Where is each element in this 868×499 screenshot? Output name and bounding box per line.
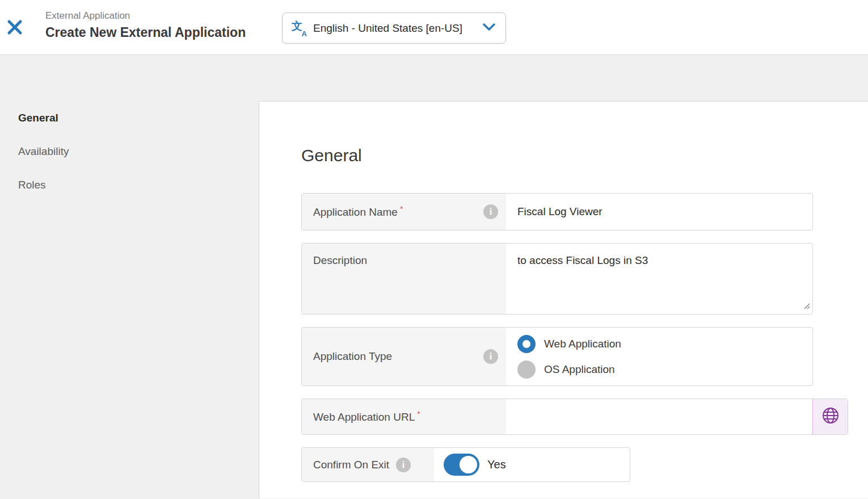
description-label-cell: Description xyxy=(302,244,506,314)
description-textarea[interactable]: to access Fiscal Logs in S3 xyxy=(506,244,812,314)
sidebar-item-general[interactable]: General xyxy=(18,112,58,124)
translate-icon: 文 A xyxy=(292,21,306,36)
confirm-on-exit-label-cell: Confirm On Exit i xyxy=(302,448,434,481)
close-button[interactable] xyxy=(6,19,24,37)
section-title: General xyxy=(301,144,868,167)
web-application-url-label-cell: Web Application URL* xyxy=(302,399,506,434)
web-application-url-input[interactable] xyxy=(506,399,812,434)
toggle-knob xyxy=(460,456,477,473)
required-asterisk: * xyxy=(400,204,403,213)
web-application-url-row: Web Application URL* xyxy=(301,399,848,435)
application-type-label-cell: Application Type i xyxy=(302,328,506,385)
title-block: External Application Create New External… xyxy=(45,9,246,42)
application-type-row: Application Type i Web Application OS Ap… xyxy=(301,327,813,386)
resize-handle[interactable] xyxy=(802,301,810,312)
application-name-input[interactable] xyxy=(506,194,812,230)
confirm-on-exit-toggle[interactable] xyxy=(444,454,479,476)
application-type-label: Application Type xyxy=(313,350,392,363)
info-icon[interactable]: i xyxy=(483,204,498,219)
globe-icon xyxy=(821,406,840,427)
radio-os-application[interactable]: OS Application xyxy=(517,360,812,379)
application-type-options: Web Application OS Application xyxy=(506,328,812,385)
url-browse-button[interactable] xyxy=(812,399,848,434)
confirm-on-exit-value-cell: Yes xyxy=(434,448,630,481)
info-icon[interactable]: i xyxy=(483,349,498,364)
application-name-value-cell xyxy=(506,194,812,230)
header-bar: External Application Create New External… xyxy=(0,0,868,55)
confirm-on-exit-label: Confirm On Exit xyxy=(313,459,389,471)
page-subtitle: External Application xyxy=(45,9,246,23)
description-row: Description to access Fiscal Logs in S3 xyxy=(301,243,813,315)
info-icon[interactable]: i xyxy=(396,458,411,472)
close-icon xyxy=(6,19,23,37)
sidebar-nav: General Availability Roles xyxy=(0,55,259,498)
main-area: General Availability Roles General Appli… xyxy=(0,55,868,498)
web-application-url-value-cell xyxy=(506,399,812,434)
description-value-cell: to access Fiscal Logs in S3 xyxy=(506,244,812,314)
sidebar-item-availability[interactable]: Availability xyxy=(18,145,69,158)
application-name-label-cell: Application Name* i xyxy=(302,194,506,230)
application-name-label: Application Name* xyxy=(313,204,403,219)
confirm-on-exit-row: Confirm On Exit i Yes xyxy=(301,447,630,482)
required-asterisk: * xyxy=(417,409,420,418)
radio-web-application[interactable]: Web Application xyxy=(517,335,812,353)
confirm-on-exit-state: Yes xyxy=(487,458,506,471)
page-title: Create New External Application xyxy=(45,23,246,42)
form-panel: General Application Name* i Description … xyxy=(259,101,868,498)
language-dropdown[interactable]: 文 A English - United States [en-US] xyxy=(282,12,506,44)
language-dropdown-value: English - United States [en-US] xyxy=(313,22,477,35)
web-application-url-label: Web Application URL* xyxy=(313,409,420,423)
chevron-down-icon xyxy=(483,23,495,33)
sidebar-item-roles[interactable]: Roles xyxy=(18,179,46,191)
radio-unselected-icon xyxy=(517,360,536,379)
description-label: Description xyxy=(313,254,367,267)
radio-selected-icon xyxy=(517,335,536,353)
application-name-row: Application Name* i xyxy=(301,193,813,230)
